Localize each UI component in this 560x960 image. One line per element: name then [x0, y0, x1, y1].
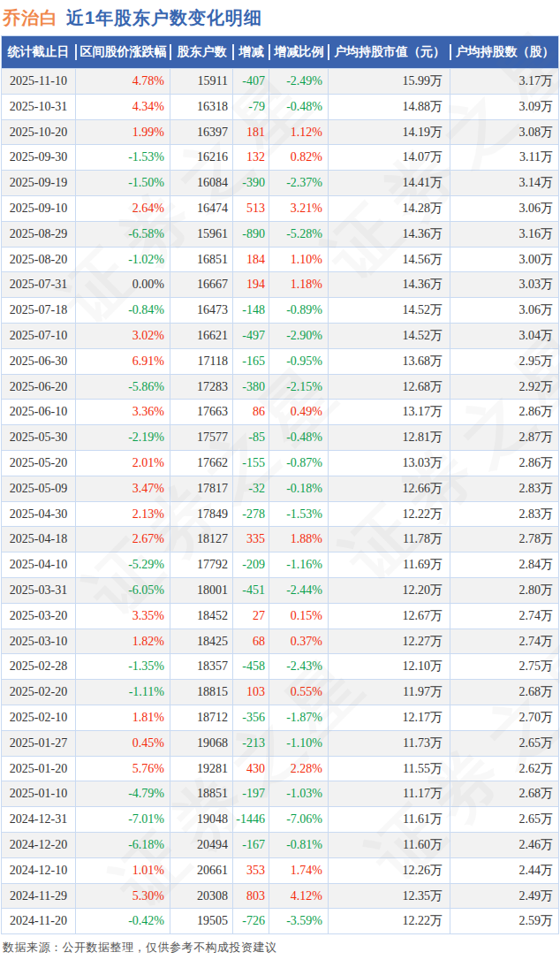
cell-price-change: -4.79% — [75, 781, 170, 806]
cell-avg-shares: 3.06万 — [450, 196, 558, 221]
cell-avg-value: 12.22万 — [328, 502, 450, 527]
cell-delta-pct: -0.81% — [269, 833, 328, 857]
cell-date: 2025-10-20 — [2, 120, 75, 145]
cell-holder-count: 17662 — [170, 451, 232, 476]
cell-date: 2025-07-18 — [2, 298, 75, 323]
cell-delta: 184 — [232, 248, 269, 272]
cell-holder-count: 18851 — [170, 781, 232, 806]
cell-delta-pct: -0.48% — [269, 425, 328, 450]
table-row: 2025-04-10-5.29%17792-209-1.16%11.69万2.8… — [2, 552, 558, 577]
cell-date: 2025-01-20 — [2, 757, 75, 781]
cell-avg-value: 11.69万 — [328, 552, 450, 577]
cell-price-change: 1.99% — [75, 120, 170, 145]
cell-delta: -148 — [232, 298, 269, 323]
table-row: 2025-09-19-1.50%16084-390-2.37%14.41万3.1… — [2, 170, 558, 195]
cell-avg-value: 12.17万 — [328, 705, 450, 730]
cell-date: 2025-09-30 — [2, 145, 75, 170]
cell-delta: -726 — [232, 909, 269, 933]
cell-holder-count: 18127 — [170, 527, 232, 552]
cell-price-change: 5.76% — [75, 757, 170, 781]
cell-avg-value: 12.35万 — [328, 884, 450, 909]
cell-avg-value: 14.52万 — [328, 324, 450, 348]
cell-delta-pct: 0.49% — [269, 400, 328, 424]
cell-price-change: -2.19% — [75, 425, 170, 450]
table-row: 2025-07-310.00%166671941.18%14.36万3.03万 — [2, 271, 558, 297]
cell-delta: 68 — [232, 629, 269, 654]
cell-date: 2025-02-28 — [2, 654, 75, 679]
cell-avg-shares: 2.70万 — [450, 705, 558, 730]
cell-avg-shares: 2.83万 — [450, 502, 558, 527]
cell-avg-shares: 2.80万 — [450, 578, 558, 603]
cell-delta: -167 — [232, 833, 269, 857]
table-row: 2025-04-182.67%181273351.88%11.78万2.78万 — [2, 526, 558, 552]
cell-delta: -278 — [232, 502, 269, 527]
cell-holder-count: 17283 — [170, 375, 232, 400]
cell-date: 2025-05-30 — [2, 425, 75, 450]
cell-price-change: 3.36% — [75, 400, 170, 424]
table-header-row: 统计截止日 区间股价涨跌幅 股东户数 增减 增减比例 户均持股市值（元） 户均持… — [2, 36, 558, 68]
cell-delta-pct: -2.37% — [269, 171, 328, 195]
cell-date: 2025-04-10 — [2, 552, 75, 577]
cell-avg-shares: 3.17万 — [450, 69, 558, 94]
cell-avg-shares: 3.00万 — [450, 248, 558, 272]
cell-avg-shares: 2.65万 — [450, 731, 558, 756]
cell-avg-shares: 2.68万 — [450, 680, 558, 705]
cell-delta: -390 — [232, 171, 269, 195]
cell-date: 2025-08-20 — [2, 248, 75, 272]
cell-holder-count: 18712 — [170, 705, 232, 730]
cell-price-change: 0.45% — [75, 731, 170, 756]
cell-date: 2024-11-20 — [2, 909, 75, 933]
table-row: 2025-06-20-5.86%17283-380-2.15%12.68万2.9… — [2, 374, 558, 400]
cell-avg-shares: 2.59万 — [450, 909, 558, 933]
cell-avg-value: 14.52万 — [328, 298, 450, 323]
table-row: 2025-01-270.45%19068-213-1.10%11.73万2.65… — [2, 730, 558, 756]
cell-delta: -497 — [232, 324, 269, 348]
cell-avg-value: 12.68万 — [328, 375, 450, 400]
cell-avg-value: 12.81万 — [328, 425, 450, 450]
cell-price-change: 4.34% — [75, 95, 170, 119]
cell-avg-value: 14.56万 — [328, 248, 450, 272]
table-row: 2025-02-101.81%18712-356-1.87%12.17万2.70… — [2, 705, 558, 730]
cell-delta: -380 — [232, 375, 269, 400]
cell-price-change: 2.67% — [75, 527, 170, 552]
table-row: 2025-02-20-1.11%188151030.55%11.97万2.68万 — [2, 679, 558, 705]
cell-delta: -407 — [232, 69, 269, 94]
cell-avg-shares: 2.49万 — [450, 884, 558, 909]
cell-delta: -458 — [232, 654, 269, 679]
cell-holder-count: 19505 — [170, 909, 232, 933]
cell-delta-pct: 1.74% — [269, 858, 328, 883]
cell-delta-pct: 4.12% — [269, 884, 328, 909]
cell-date: 2025-05-09 — [2, 476, 75, 501]
table-row: 2025-04-302.13%17849-278-1.53%12.22万2.83… — [2, 501, 558, 527]
cell-avg-value: 12.27万 — [328, 629, 450, 654]
cell-date: 2025-09-19 — [2, 171, 75, 195]
cell-delta: 132 — [232, 145, 269, 170]
cell-date: 2025-02-10 — [2, 705, 75, 730]
table-row: 2025-06-306.91%17118-165-0.95%13.68万2.95… — [2, 348, 558, 374]
cell-date: 2025-09-10 — [2, 196, 75, 221]
cell-avg-value: 14.28万 — [328, 196, 450, 221]
cell-holder-count: 16318 — [170, 95, 232, 119]
table-row: 2025-08-29-6.58%15961-890-5.28%14.36万3.1… — [2, 221, 558, 247]
cell-holder-count: 17577 — [170, 425, 232, 450]
cell-price-change: -6.05% — [75, 578, 170, 603]
cell-delta: 335 — [232, 527, 269, 552]
cell-delta-pct: -2.90% — [269, 324, 328, 348]
cell-delta: 86 — [232, 400, 269, 424]
cell-delta-pct: -5.28% — [269, 222, 328, 247]
cell-avg-value: 11.73万 — [328, 731, 450, 756]
cell-price-change: -1.50% — [75, 171, 170, 195]
cell-delta: 194 — [232, 272, 269, 297]
cell-price-change: -5.86% — [75, 375, 170, 400]
cell-date: 2025-04-30 — [2, 502, 75, 527]
cell-delta: -197 — [232, 781, 269, 806]
cell-avg-value: 15.99万 — [328, 69, 450, 94]
cell-delta: -451 — [232, 578, 269, 603]
cell-avg-shares: 3.06万 — [450, 298, 558, 323]
cell-delta: 103 — [232, 680, 269, 705]
cell-price-change: -1.53% — [75, 145, 170, 170]
cell-avg-value: 12.22万 — [328, 909, 450, 933]
cell-date: 2025-06-10 — [2, 400, 75, 424]
cell-delta: -165 — [232, 349, 269, 374]
cell-delta: 513 — [232, 196, 269, 221]
